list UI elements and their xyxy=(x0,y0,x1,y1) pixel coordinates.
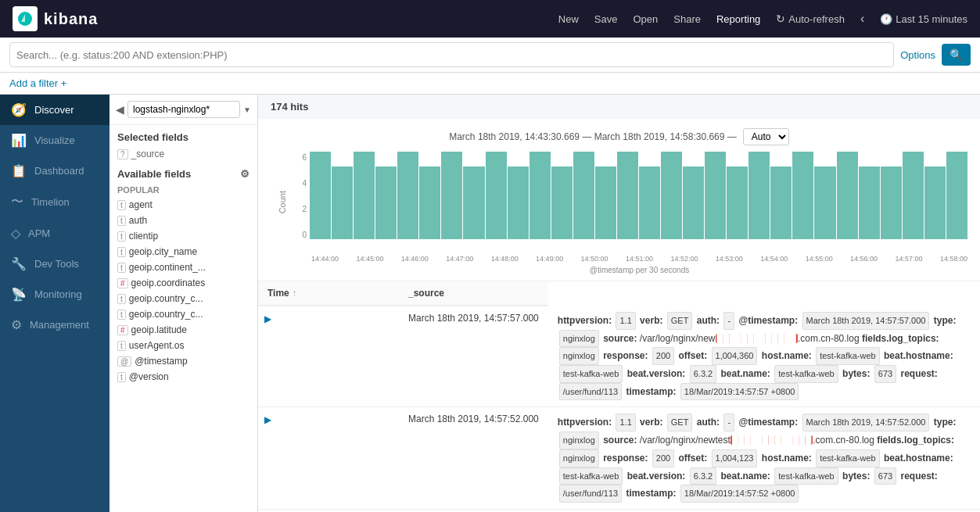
chart-bar[interactable] xyxy=(419,166,440,239)
index-dropdown-icon: ▼ xyxy=(243,106,251,114)
nav-prev-arrow[interactable]: ‹ xyxy=(860,12,864,26)
search-input[interactable] xyxy=(16,49,887,61)
chart-bar[interactable] xyxy=(770,166,792,239)
field-item[interactable]: @@timestamp xyxy=(109,353,257,369)
sidebar-item-dashboard[interactable]: 📋 Dashboard xyxy=(0,156,109,186)
chart-bar[interactable] xyxy=(727,166,748,239)
top-nav-actions: New Save Open Share Reporting ↻ Auto-ref… xyxy=(558,12,967,26)
sidebar-item-apm[interactable]: ◇ APM xyxy=(0,218,109,249)
field-item[interactable]: #geoip.latitude xyxy=(109,322,257,338)
x-axis-tick: 14:52:00 xyxy=(670,255,698,263)
field-name: geoip.latitude xyxy=(131,324,187,335)
field-item[interactable]: t@version xyxy=(109,369,257,385)
auto-refresh-btn[interactable]: ↻ Auto-refresh xyxy=(776,13,845,25)
chart-bar[interactable] xyxy=(508,166,529,239)
chart-bar[interactable] xyxy=(463,166,484,239)
field-item[interactable]: tagent xyxy=(109,197,257,213)
reporting-link[interactable]: Reporting xyxy=(716,13,760,25)
chart-bar[interactable] xyxy=(375,166,397,239)
index-back-arrow[interactable]: ◀ xyxy=(116,103,124,116)
field-name: userAgent.os xyxy=(129,340,185,351)
field-item[interactable]: tclientip xyxy=(109,228,257,244)
chart-bar[interactable] xyxy=(859,166,880,239)
sidebar-item-devtools[interactable]: 🔧 Dev Tools xyxy=(0,249,109,279)
chart-bar[interactable] xyxy=(705,152,726,239)
source-cell: httpversion: 1.1 verb: GET auth: - @time… xyxy=(548,306,980,407)
x-axis-tick: 14:44:00 xyxy=(311,255,339,263)
field-item[interactable]: #geoip.coordinates xyxy=(109,275,257,291)
chart-bar[interactable] xyxy=(814,166,835,239)
chart-bar[interactable] xyxy=(881,166,902,239)
auto-interval-select[interactable]: Auto xyxy=(743,128,789,145)
source-column-header[interactable]: _source xyxy=(399,281,548,306)
fields-settings-icon[interactable]: ⚙ xyxy=(240,168,249,180)
chart-bar[interactable] xyxy=(529,152,551,239)
options-btn[interactable]: Options xyxy=(900,49,935,61)
hits-count: 174 hits xyxy=(258,95,980,119)
available-fields-section: Available fields ⚙ Popular xyxy=(109,162,257,197)
source-type-badge: ? xyxy=(117,149,128,159)
chart-bars[interactable] xyxy=(310,152,967,253)
field-item[interactable]: tgeoip.continent_... xyxy=(109,260,257,275)
chart-bar[interactable] xyxy=(617,152,638,239)
x-axis-tick: 14:56:00 xyxy=(850,255,878,263)
sidebar-item-monitoring[interactable]: 📡 Monitoring xyxy=(0,279,109,310)
field-name: agent xyxy=(129,199,153,210)
save-link[interactable]: Save xyxy=(594,13,618,25)
sidebar-item-discover[interactable]: 🧭 Discover xyxy=(0,95,109,125)
chart-bar[interactable] xyxy=(903,152,924,239)
add-filter-btn[interactable]: Add a filter + xyxy=(9,77,66,89)
discover-icon: 🧭 xyxy=(11,102,27,117)
app-title: kibana xyxy=(44,10,98,28)
time-column-header[interactable]: Time ↑ xyxy=(258,281,399,306)
search-go-btn[interactable]: 🔍 xyxy=(942,44,971,66)
sidebar-item-timelion[interactable]: 〜 Timelion xyxy=(0,186,109,218)
field-item[interactable]: tgeoip.city_name xyxy=(109,244,257,260)
results-body: ▶March 18th 2019, 14:57:57.000httpversio… xyxy=(258,306,980,509)
chart-bar[interactable] xyxy=(332,166,353,239)
field-item[interactable]: tgeoip.country_c... xyxy=(109,291,257,306)
x-axis-tick: 14:49:00 xyxy=(536,255,563,263)
last-minutes-btn[interactable]: 🕐 Last 15 minutes xyxy=(880,13,967,25)
chart-bar[interactable] xyxy=(748,152,770,239)
chart-bar[interactable] xyxy=(837,152,858,239)
chart-bar[interactable] xyxy=(639,166,660,239)
row-expand-arrow[interactable]: ▶ xyxy=(264,414,271,425)
chart-bar[interactable] xyxy=(551,166,573,239)
chart-bar[interactable] xyxy=(946,152,967,239)
devtools-icon: 🔧 xyxy=(11,256,27,271)
sidebar-item-visualize[interactable]: 📊 Visualize xyxy=(0,125,109,156)
share-link[interactable]: Share xyxy=(673,13,701,25)
y-axis-label: Count xyxy=(271,152,294,253)
row-expand-arrow[interactable]: ▶ xyxy=(264,313,271,324)
chart-bar[interactable] xyxy=(924,166,946,239)
timelion-icon: 〜 xyxy=(11,194,23,210)
index-selector[interactable]: logstash-nginxlog* xyxy=(127,101,240,118)
open-link[interactable]: Open xyxy=(633,13,658,25)
chart-bar[interactable] xyxy=(683,166,704,239)
chart-bar[interactable] xyxy=(661,152,682,239)
chart-bar[interactable] xyxy=(792,152,813,239)
new-link[interactable]: New xyxy=(558,13,579,25)
source-field-item[interactable]: ? _source xyxy=(109,146,257,162)
chart-bar[interactable] xyxy=(441,152,462,239)
field-name: geoip.city_name xyxy=(129,246,197,257)
table-row: ▶March 18th 2019, 14:57:52.000httpversio… xyxy=(258,407,980,509)
field-type-badge: @ xyxy=(117,356,131,367)
sidebar-item-management[interactable]: ⚙ Management xyxy=(0,310,109,340)
field-item[interactable]: tgeoip.country_c... xyxy=(109,306,257,322)
chart-bar[interactable] xyxy=(397,152,418,239)
field-name: clientip xyxy=(129,231,158,242)
chart-bar[interactable] xyxy=(310,152,331,239)
visualize-icon: 📊 xyxy=(11,133,27,148)
chart-bar[interactable] xyxy=(354,152,375,239)
chart-bar[interactable] xyxy=(573,152,594,239)
field-type-badge: t xyxy=(117,263,126,273)
time-sort-icon: ↑ xyxy=(292,288,296,299)
chart-bar[interactable] xyxy=(486,152,507,239)
field-item[interactable]: tauth xyxy=(109,213,257,228)
field-type-badge: t xyxy=(117,372,126,382)
field-item[interactable]: tuserAgent.os xyxy=(109,338,257,353)
chart-bar[interactable] xyxy=(595,166,616,239)
source-field-name: _source xyxy=(131,149,165,159)
